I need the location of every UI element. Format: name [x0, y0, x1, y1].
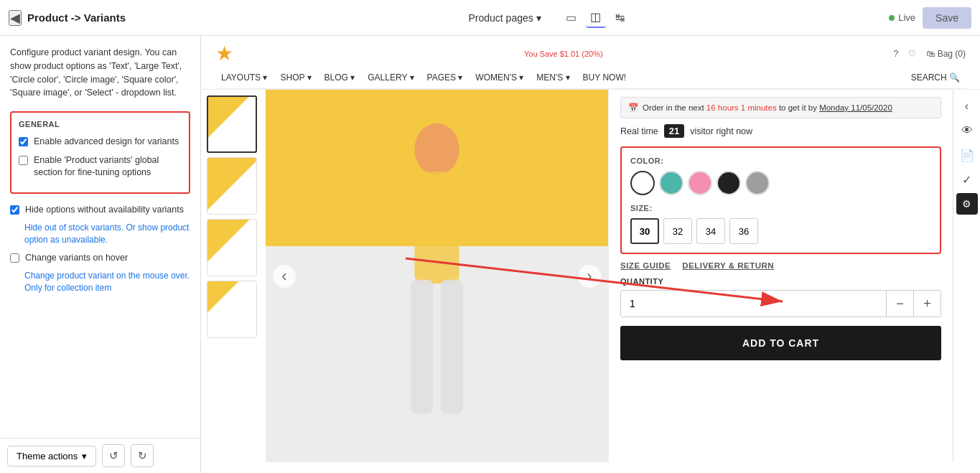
- mobile-icon[interactable]: ▭: [561, 8, 582, 28]
- change-variants-checkbox[interactable]: [10, 253, 19, 263]
- sidebar-description: Configure product variant design. You ca…: [10, 46, 190, 100]
- quantity-row: − +: [620, 290, 941, 317]
- color-swatch-gray[interactable]: [745, 171, 770, 195]
- nav-buynow[interactable]: BUY NOW!: [577, 70, 632, 85]
- size-guide-link[interactable]: SIZE GUIDE: [620, 261, 671, 270]
- thumbnail-3[interactable]: [207, 219, 257, 276]
- settings-icon[interactable]: ⚙: [956, 193, 978, 215]
- nav-layouts[interactable]: LAYOUTS ▾: [215, 70, 273, 85]
- nav-search[interactable]: SEARCH 🔍: [905, 70, 966, 85]
- size-options: 30 32 34 36: [630, 218, 931, 244]
- product-svg: [266, 90, 608, 462]
- undo-button[interactable]: ↺: [102, 444, 125, 467]
- size-label: SIZE:: [630, 204, 931, 212]
- bag-icon[interactable]: 🛍 Bag (0): [926, 49, 966, 59]
- product-main-image: ‹ ›: [266, 90, 608, 462]
- change-variants-label: Change variants on hover: [25, 252, 128, 265]
- svg-rect-1: [414, 172, 459, 284]
- general-section: GENERAL Enable advanced design for varia…: [10, 111, 190, 194]
- thumbnail-2[interactable]: [207, 157, 257, 215]
- back-button[interactable]: ◀: [9, 10, 22, 26]
- color-swatch-white[interactable]: [630, 171, 655, 195]
- device-icons: ▭ ◫ ↹: [561, 8, 630, 28]
- bag-label: Bag (0): [938, 49, 966, 59]
- enable-advanced-checkbox[interactable]: [19, 137, 28, 146]
- product-info-panel: 📅 Order in the next 16 hours 1 minutes t…: [608, 90, 953, 462]
- realtime-suffix: visitor right now: [690, 126, 752, 136]
- save-button[interactable]: Save: [923, 7, 971, 29]
- hide-options-row: Hide options without availability varian…: [10, 204, 190, 246]
- quantity-input[interactable]: [621, 292, 886, 315]
- checkbox-row-1: Enable advanced design for variants: [19, 136, 182, 149]
- nav-mens[interactable]: MEN'S ▾: [531, 70, 575, 85]
- nav-shop[interactable]: SHOP ▾: [274, 70, 317, 85]
- nav-gallery[interactable]: GALLERY ▾: [362, 70, 419, 85]
- next-image-button[interactable]: ›: [578, 265, 601, 288]
- store-top-row: ★ You Save $1.01 (20%) ? ♡ 🛍 Bag (0): [215, 42, 966, 65]
- variant-box: COLOR: SIZE: 30 32 34: [620, 146, 941, 254]
- sidebar-content: Configure product variant design. You ca…: [0, 36, 200, 438]
- store-logo: ★: [215, 42, 233, 65]
- color-swatch-black[interactable]: [717, 171, 741, 195]
- global-section-label: Enable 'Product variants' global section…: [34, 154, 182, 179]
- nav-blog[interactable]: BLOG ▾: [319, 70, 361, 85]
- nav-pages[interactable]: PAGES ▾: [421, 70, 469, 85]
- nav-womens[interactable]: WOMEN'S ▾: [470, 70, 529, 85]
- hide-options-checkbox[interactable]: [10, 205, 19, 215]
- product-layout: ‹ › 📅 Order in the next 16 hours 1 minut…: [201, 90, 980, 462]
- general-label: GENERAL: [19, 120, 182, 128]
- redo-button[interactable]: ↻: [131, 444, 154, 467]
- check-icon[interactable]: ✓: [956, 169, 978, 190]
- eye-icon[interactable]: 👁: [956, 120, 978, 141]
- size-32[interactable]: 32: [663, 218, 692, 244]
- quantity-label: QUANTITY: [620, 277, 941, 286]
- size-34[interactable]: 34: [696, 218, 725, 244]
- color-label: COLOR:: [630, 156, 931, 165]
- prev-image-button[interactable]: ‹: [273, 265, 296, 288]
- delivery-text: Order in the next 16 hours 1 minutes to …: [643, 103, 892, 112]
- quantity-decrease[interactable]: −: [886, 291, 913, 317]
- product-image-visual: [266, 90, 608, 462]
- calendar-icon: 📅: [628, 103, 638, 113]
- wishlist-icon[interactable]: ♡: [908, 49, 916, 59]
- top-bar-center: Product pages ▾ ▭ ◫ ↹: [217, 8, 882, 28]
- color-swatch-pink[interactable]: [688, 171, 712, 195]
- hide-options-label: Hide options without availability varian…: [25, 204, 184, 217]
- live-dot: [889, 15, 895, 21]
- color-swatch-teal[interactable]: [659, 171, 683, 195]
- thumbnail-1[interactable]: [207, 95, 257, 153]
- theme-actions-button[interactable]: Theme actions ▾: [7, 446, 96, 467]
- global-section-checkbox[interactable]: [19, 156, 28, 165]
- desktop-icon[interactable]: ◫: [586, 8, 606, 28]
- add-to-cart-button[interactable]: ADD TO CART: [620, 326, 941, 360]
- color-swatches: [630, 171, 931, 195]
- store-header: ★ You Save $1.01 (20%) ? ♡ 🛍 Bag (0) LAY…: [201, 36, 980, 90]
- realtime-row: Real time 21 visitor right now: [620, 124, 941, 138]
- size-30[interactable]: 30: [630, 218, 659, 244]
- quantity-increase[interactable]: +: [913, 291, 941, 317]
- guide-row: SIZE GUIDE DELIVERY & RETURN: [620, 261, 941, 270]
- hide-subtext: Hide out of stock variants. Or show prod…: [24, 222, 190, 246]
- sidebar: Configure product variant design. You ca…: [0, 36, 201, 473]
- product-thumbnails: [201, 90, 266, 462]
- top-bar-right: Live Save: [889, 7, 971, 29]
- thumbnail-4[interactable]: [207, 281, 257, 338]
- page-icon[interactable]: 📄: [956, 144, 978, 166]
- delivery-date: Monday 11/05/2020: [819, 103, 892, 112]
- store-promo: You Save $1.01 (20%): [233, 50, 894, 58]
- product-pages-dropdown[interactable]: Product pages ▾: [468, 12, 541, 24]
- change-subtext: Change product variant on the mouse over…: [24, 270, 190, 294]
- delivery-time: 16 hours 1 minutes: [706, 103, 777, 112]
- delivery-return-link[interactable]: DELIVERY & RETURN: [682, 261, 774, 270]
- theme-actions-dropdown-icon: ▾: [82, 451, 87, 462]
- theme-actions-label: Theme actions: [17, 451, 78, 462]
- delivery-banner: 📅 Order in the next 16 hours 1 minutes t…: [620, 97, 941, 118]
- toggle-panel-icon[interactable]: ‹: [956, 95, 978, 117]
- svg-rect-2: [411, 280, 433, 414]
- canvas-frame: ★ You Save $1.01 (20%) ? ♡ 🛍 Bag (0) LAY…: [201, 36, 980, 473]
- help-icon[interactable]: ?: [894, 49, 899, 59]
- size-36[interactable]: 36: [729, 218, 758, 244]
- store-icons: ? ♡ 🛍 Bag (0): [894, 49, 966, 59]
- widescreen-icon[interactable]: ↹: [610, 8, 630, 28]
- checkbox-row-2: Enable 'Product variants' global section…: [19, 154, 182, 179]
